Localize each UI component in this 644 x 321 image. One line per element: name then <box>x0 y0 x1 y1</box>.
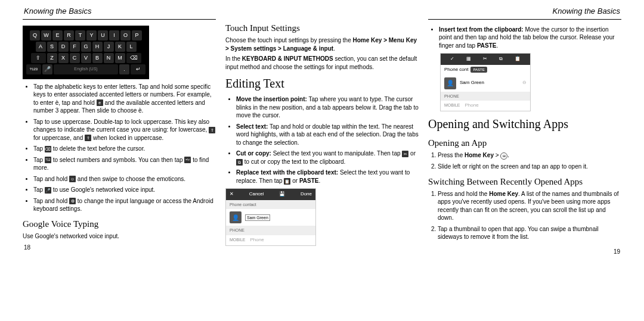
emoticon-icon: ☺ <box>69 176 76 182</box>
key-c: C <box>70 53 80 63</box>
page: Knowing the Basics Q W E R T Y U I O P A… <box>0 0 644 261</box>
list-item: Move the insertion point: Tap where you … <box>236 95 419 120</box>
cancel-label: Cancel <box>249 191 264 198</box>
opening-app-list: Press the Home Key > ⊞. Slide left or ri… <box>428 151 621 171</box>
switching-heading: Switching Between Recently Opened Apps <box>428 176 621 188</box>
select-all-icon: ▦ <box>466 56 471 63</box>
list-item: Press the Home Key > ⊞. <box>438 151 621 160</box>
save-icon: 💾 <box>279 191 285 198</box>
contact-name-selected: Sam Green <box>245 214 270 221</box>
key-space: English (US) <box>54 64 118 74</box>
contact-name: Sam Green <box>460 80 484 86</box>
key-a: A <box>36 42 46 52</box>
list-item: Tap 🎤 to use Google's networked voice in… <box>33 186 216 194</box>
list-item: Insert text from the clipboard: Move the… <box>439 26 621 50</box>
switching-list: Press and hold the Home Key. A list of t… <box>428 190 621 241</box>
mobile-label: MOBILE <box>230 237 245 244</box>
phone-label: PHONE <box>441 92 530 101</box>
backspace-icon: ⌫ <box>45 146 51 152</box>
editing-text-heading: Editing Text <box>225 76 419 92</box>
tis-para2: In the KEYBOARD & INPUT METHODS section,… <box>225 55 419 71</box>
key-dot: . <box>119 64 129 74</box>
clear-icon: ⊖ <box>522 80 527 86</box>
shift-upper-icon: ⇧ <box>209 127 215 133</box>
key-shift: ⇧ <box>31 53 46 63</box>
close-icon: ✕ <box>230 191 234 198</box>
key-k: K <box>115 42 125 52</box>
shift-lock-icon: ⇧ <box>85 135 91 141</box>
key-j: J <box>104 42 114 52</box>
onscreen-keyboard: Q W E R T Y U I O P A S D F G H J K L <box>23 26 149 79</box>
cut-icon: ✂ <box>402 151 408 157</box>
mobile-label: MOBILE <box>444 102 460 109</box>
column-1: Knowing the Basics Q W E R T Y U I O P A… <box>18 6 221 255</box>
footer-right: 19 <box>428 244 621 256</box>
opening-switching-heading: Opening and Switching Apps <box>428 116 621 132</box>
list-item: Cut or copy: Select the text you want to… <box>236 149 419 166</box>
editing-text-list-cont: Insert text from the clipboard: Move the… <box>428 26 621 50</box>
list-item: Tap ?12 to select numbers and symbols. Y… <box>33 156 216 172</box>
list-item: Press and hold the Home Key. A list of t… <box>438 190 621 222</box>
key-i: I <box>109 30 119 40</box>
apps-icon: ⊞ <box>500 152 507 160</box>
numsym-icon: ?12 <box>45 157 51 163</box>
rule <box>23 19 216 20</box>
header-right: Knowing the Basics <box>553 6 620 17</box>
settings-icon: ⚙ <box>69 198 76 204</box>
rule <box>428 19 621 20</box>
key-t: T <box>75 30 85 40</box>
more-sym-icon: =\< <box>184 157 191 163</box>
contact-title: Phone contact <box>226 200 315 209</box>
list-item: Replace text with the clipboard text: Se… <box>236 169 419 185</box>
key-n: N <box>104 53 114 63</box>
check-icon: ✓ <box>450 56 454 63</box>
touch-input-settings-heading: Touch Input Settings <box>225 22 419 34</box>
page-num-left: 18 <box>24 244 30 252</box>
key-v: V <box>81 53 91 63</box>
e-key-icon: e <box>97 99 103 106</box>
key-q: Q <box>30 30 40 40</box>
key-m: M <box>115 53 125 63</box>
paste-toolbar-icon: 📋 <box>515 56 521 63</box>
phone-value: Phone <box>465 102 478 109</box>
key-d: D <box>58 42 69 52</box>
page-num-right: 19 <box>614 248 620 256</box>
list-item: Tap and hold ☺ and then swipe to choose … <box>33 175 216 183</box>
footer-left: 18 <box>23 240 216 252</box>
key-o: O <box>120 30 131 40</box>
mic-icon: 🎤 <box>45 187 51 194</box>
phone-label: PHONE <box>226 226 315 235</box>
copy-icon: ⧉ <box>236 159 243 166</box>
key-z: Z <box>47 53 57 63</box>
keyboard-tips-list: Tap the alphabetic keys to enter letters… <box>23 83 216 213</box>
copy-icon: ⧉ <box>499 56 503 63</box>
key-s: S <box>47 42 57 52</box>
key-r: R <box>64 30 74 40</box>
done-label: Done <box>301 191 312 198</box>
tis-para1: Choose the touch input settings by press… <box>225 36 419 52</box>
key-mic: 🎤 <box>42 64 52 74</box>
list-item: Tap ⌫ to delete the text before the curs… <box>33 145 216 153</box>
paste-icon: 📋 <box>284 178 290 185</box>
contact-title-cut: Phone cont <box>444 67 468 73</box>
key-numsym: ?123 <box>26 64 41 74</box>
key-e: E <box>52 30 63 40</box>
key-backspace: ⌫ <box>126 53 141 63</box>
list-item: Slide left or right on the screen and ta… <box>438 163 621 171</box>
key-w: W <box>41 30 51 40</box>
key-b: B <box>92 53 103 63</box>
avatar-icon: 👤 <box>230 211 242 223</box>
key-h: H <box>92 42 103 52</box>
list-item: Tap and hold ⚙ to change the input langu… <box>33 197 216 213</box>
cut-icon: ✂ <box>483 56 487 63</box>
key-l: L <box>126 42 137 52</box>
column-2: Touch Input Settings Choose the touch in… <box>221 6 423 255</box>
opening-app-heading: Opening an App <box>428 137 621 149</box>
key-return: ↵ <box>131 64 145 74</box>
list-item: Tap a thumbnail to open that app. You ca… <box>438 225 621 241</box>
contact-card-paste: ✓ ▦ ✂ ⧉ 📋 Phone cont PASTE 👤 Sam Green ⊖… <box>440 53 531 111</box>
key-u: U <box>98 30 108 40</box>
key-p: P <box>132 30 142 40</box>
phone-value: Phone <box>250 237 264 244</box>
avatar-icon: 👤 <box>444 77 456 89</box>
